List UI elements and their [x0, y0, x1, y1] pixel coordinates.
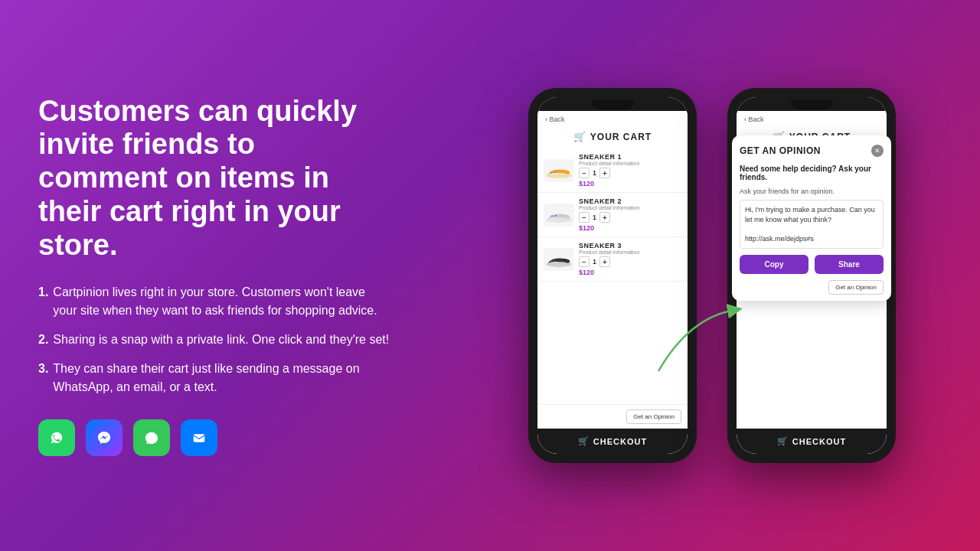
phone1-back[interactable]: ‹ Back — [545, 116, 565, 123]
product-detail-1: Product detail information — [579, 161, 681, 166]
product-price-2: $120 — [579, 224, 681, 232]
phone1-checkout-bar: 🛒 CHECKOUT — [537, 429, 688, 454]
product-image-3 — [544, 248, 574, 271]
modal-container: GET AN OPINION ✕ Need some help deciding… — [737, 128, 887, 429]
product-item-1: SNEAKER 1 Product detail information − 1… — [537, 148, 688, 193]
list-item-1: 1. Cartpinion lives right in your store.… — [38, 283, 390, 320]
modal-actions: Copy Share — [740, 255, 884, 274]
modal-header: GET AN OPINION ✕ — [740, 145, 884, 157]
qty-minus-3[interactable]: − — [579, 256, 590, 267]
modal-message-box[interactable]: Hi, I'm trying to make a purchase. Can y… — [740, 200, 884, 249]
phone-1: ‹ Back 🛒 YOUR CART — [528, 88, 697, 463]
phone1-product-list: SNEAKER 1 Product detail information − 1… — [537, 148, 688, 404]
phone-1-content: ‹ Back 🛒 YOUR CART — [537, 111, 688, 429]
phone1-get-opinion-button[interactable]: Get an Opinion — [626, 409, 681, 424]
product-name-3: SNEAKER 3 — [579, 242, 681, 249]
messenger-icon[interactable] — [86, 419, 122, 456]
svg-point-7 — [554, 171, 556, 172]
phone1-cart-title: YOUR CART — [590, 132, 652, 142]
product-price-1: $120 — [579, 180, 681, 187]
qty-num-1: 1 — [593, 169, 596, 177]
qty-plus-3[interactable]: + — [599, 256, 610, 267]
feature-list: 1. Cartpinion lives right in your store.… — [38, 283, 390, 396]
copy-button[interactable]: Copy — [740, 255, 808, 274]
modal-title: GET AN OPINION — [740, 145, 821, 156]
phone-1-screen: ‹ Back 🛒 YOUR CART — [537, 97, 688, 454]
qty-controls-3: − 1 + — [579, 256, 681, 267]
list-num-1: 1. — [38, 283, 48, 320]
product-info-3: SNEAKER 3 Product detail information − 1… — [579, 242, 681, 276]
phone1-cart-icon: 🛒 — [573, 131, 586, 142]
qty-num-3: 1 — [593, 258, 596, 266]
qty-plus-2[interactable]: + — [599, 212, 610, 223]
list-num-3: 3. — [38, 360, 48, 396]
qty-minus-1[interactable]: − — [579, 168, 590, 178]
product-item-3: SNEAKER 3 Product detail information − 1… — [537, 237, 688, 282]
product-name-1: SNEAKER 1 — [579, 153, 681, 161]
phone-2: ‹ Back 🛒 YOUR CART — [727, 88, 896, 463]
list-text-2: Sharing is a snap with a private link. O… — [53, 331, 389, 349]
product-image-1 — [544, 159, 574, 182]
qty-plus-1[interactable]: + — [599, 168, 610, 178]
mail-icon[interactable] — [181, 419, 217, 456]
phone1-checkout-text: CHECKOUT — [593, 437, 647, 446]
svg-rect-12 — [551, 259, 553, 260]
product-name-2: SNEAKER 2 — [579, 197, 681, 205]
phone2-back[interactable]: ‹ Back — [744, 116, 764, 123]
svg-rect-4 — [194, 434, 205, 442]
list-text-1: Cartpinion lives right in your store. Cu… — [53, 283, 390, 320]
qty-controls-1: − 1 + — [579, 168, 681, 178]
svg-rect-9 — [551, 215, 554, 216]
phone-2-screen: ‹ Back 🛒 YOUR CART — [737, 97, 887, 454]
modal-subtitle: Need some help deciding? Ask your friend… — [740, 165, 884, 181]
modal-sub2: Ask your friends for an opinion. — [740, 187, 884, 195]
list-num-2: 2. — [38, 331, 48, 349]
phone-2-content: ‹ Back 🛒 YOUR CART — [737, 111, 887, 429]
product-info-2: SNEAKER 2 Product detail information − 1… — [579, 197, 681, 232]
opinion-modal: GET AN OPINION ✕ Need some help deciding… — [737, 135, 887, 301]
phone1-cart-title-row: 🛒 YOUR CART — [537, 125, 688, 148]
list-item-3: 3. They can share their cart just like s… — [38, 360, 390, 396]
list-text-3: They can share their cart just like send… — [53, 360, 390, 396]
product-detail-3: Product detail information — [579, 249, 681, 255]
svg-point-1 — [94, 428, 114, 448]
phones-area: ‹ Back 🛒 YOUR CART — [429, 88, 980, 463]
headline: Customers can quickly invite friends to … — [38, 95, 390, 262]
product-image-2 — [544, 204, 574, 227]
product-item-2: SNEAKER 2 Product detail information − 1… — [537, 193, 688, 237]
social-icons — [38, 419, 390, 456]
svg-rect-10 — [554, 215, 557, 216]
qty-controls-2: − 1 + — [579, 212, 681, 223]
modal-close-button[interactable]: ✕ — [871, 145, 884, 157]
whatsapp-icon[interactable] — [38, 419, 75, 456]
svg-rect-13 — [554, 259, 555, 260]
product-info-1: SNEAKER 1 Product detail information − 1… — [579, 153, 681, 187]
imessage-icon[interactable] — [133, 419, 170, 456]
product-detail-2: Product detail information — [579, 205, 681, 210]
product-price-3: $120 — [579, 269, 681, 276]
svg-point-6 — [551, 171, 553, 173]
left-panel: Customers can quickly invite friends to … — [0, 64, 429, 487]
modal-get-opinion-button[interactable]: Get an Opinion — [828, 280, 884, 295]
share-button[interactable]: Share — [815, 255, 884, 274]
qty-num-2: 1 — [593, 214, 596, 221]
qty-minus-2[interactable]: − — [579, 212, 590, 223]
list-item-2: 2. Sharing is a snap with a private link… — [38, 331, 390, 349]
